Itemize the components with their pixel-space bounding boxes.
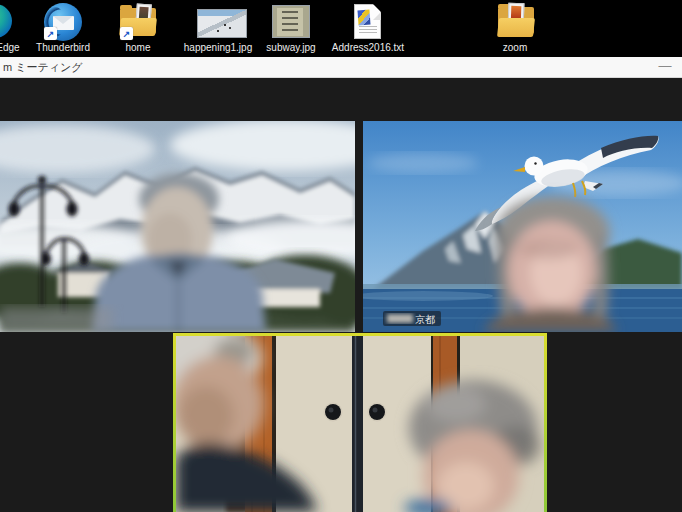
icon-label: home (98, 42, 178, 55)
name-label-text: 京都 (415, 314, 435, 325)
sliding-door-center-frame (352, 336, 363, 512)
icon-label: zoom (475, 42, 555, 55)
folder-front (497, 18, 535, 37)
virtual-background-mountains (0, 121, 355, 332)
file-text-lines (359, 26, 377, 34)
shortcut-arrow-icon: ↗ (120, 27, 133, 40)
screen: Edge ↗ Thunderbird ↗ home happening1 (0, 0, 682, 512)
virtual-background-seagull-lake: 京都 (363, 121, 682, 332)
participant-video-top-right[interactable]: 京都 (363, 121, 682, 332)
image-thumbnail-sign (272, 5, 310, 38)
icon-label: Address2016.txt (318, 42, 418, 55)
participant-figure (483, 196, 617, 332)
zoom-window-titlebar[interactable]: m ミーティング — (0, 57, 682, 78)
edge-browser-icon (0, 4, 12, 38)
text-file-icon (354, 4, 381, 39)
censored-name-part (387, 314, 413, 323)
japanese-room-background (176, 336, 544, 512)
participant-video-bottom-active-speaker[interactable] (173, 333, 547, 512)
participant-name-label: 京都 (383, 311, 441, 326)
participant-video-top-left[interactable] (0, 121, 355, 332)
censored-name-label (0, 307, 112, 332)
thumbnail-detail (224, 24, 226, 26)
window-title: m ミーティング (3, 57, 83, 78)
minimize-button[interactable]: — (654, 57, 676, 78)
image-thumbnail-snow (197, 9, 247, 38)
file-decoration (357, 10, 370, 26)
thumbnail-marks (282, 11, 298, 31)
shortcut-arrow-icon: ↗ (44, 27, 57, 40)
